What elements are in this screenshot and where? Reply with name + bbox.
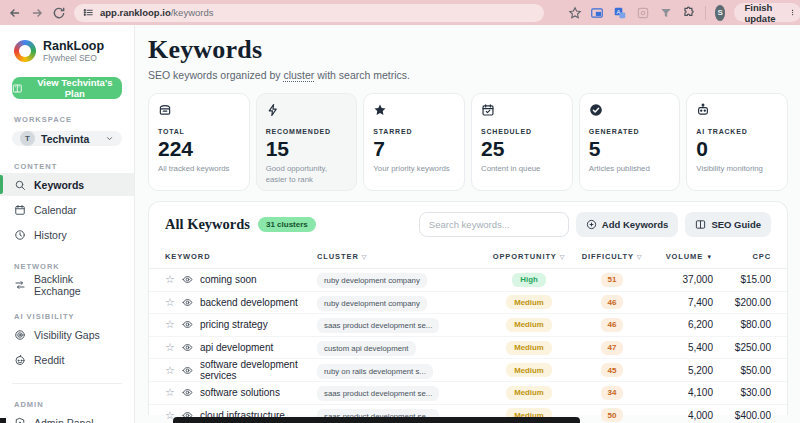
dock-bar: [173, 417, 580, 423]
divider: [705, 6, 706, 20]
eye-icon[interactable]: [182, 342, 193, 353]
table-row[interactable]: ☆coming soonruby development companyHigh…: [149, 269, 787, 292]
star-toggle-icon[interactable]: ☆: [165, 297, 175, 308]
cluster-link[interactable]: cluster: [283, 69, 314, 81]
stat-card-ai-tracked: AI TRACKED0Visibility monitoring: [686, 93, 788, 191]
workspace-label: WORKSPACE: [0, 115, 134, 124]
star-toggle-icon[interactable]: ☆: [165, 365, 175, 376]
table-row[interactable]: ☆api developmentcustom api developmentMe…: [149, 337, 787, 360]
star-filled-icon: [373, 103, 455, 121]
book-icon: [12, 83, 23, 94]
eye-icon[interactable]: [182, 319, 193, 330]
sidebar-item-admin-panel[interactable]: Admin Panel: [0, 411, 134, 423]
extension-disabled-icon[interactable]: [636, 6, 650, 20]
column-label: CPC: [752, 252, 771, 261]
eye-icon[interactable]: [182, 387, 193, 398]
star-toggle-icon[interactable]: ☆: [165, 274, 175, 285]
cluster-badge[interactable]: saas product development se...: [317, 386, 439, 401]
eye-icon[interactable]: [182, 365, 193, 376]
stat-card-generated: GENERATED5Articles published: [579, 93, 681, 191]
column-header-diff[interactable]: DIFFICULTY▽: [573, 252, 651, 261]
sidebar-item-history[interactable]: History: [0, 223, 134, 246]
reddit-icon: [14, 354, 26, 366]
eye-icon[interactable]: [182, 297, 193, 308]
bookmark-star-icon[interactable]: [568, 6, 582, 20]
difficulty-cell: 47: [573, 341, 651, 355]
url-text: app.rankloop.io/keywords: [100, 7, 214, 18]
sort-icon[interactable]: ▽: [637, 253, 643, 260]
kebab-menu-icon[interactable]: [789, 7, 796, 18]
cluster-badge[interactable]: ruby development company: [317, 273, 427, 288]
sidebar-item-label: Admin Panel: [34, 417, 94, 423]
cpc-cell: $15.00: [713, 274, 771, 285]
sort-icon[interactable]: ▼: [706, 254, 713, 260]
volume-cell: 5,400: [651, 342, 713, 353]
difficulty-badge: 34: [601, 386, 624, 400]
cluster-cell: saas product development se...: [317, 387, 485, 398]
cluster-badge[interactable]: ruby development company: [317, 296, 427, 311]
cluster-cell: ruby on rails development s...: [317, 365, 485, 376]
funnel-icon[interactable]: [659, 6, 673, 20]
table-row[interactable]: ☆backend developmentruby development com…: [149, 292, 787, 315]
translate-icon[interactable]: A: [613, 6, 627, 20]
stat-description: Visibility monitoring: [696, 164, 778, 175]
extensions-puzzle-icon[interactable]: [682, 6, 696, 20]
address-bar[interactable]: app.rankloop.io/keywords: [74, 4, 544, 22]
table-row[interactable]: ☆pricing strategysaas product developmen…: [149, 314, 787, 337]
column-header-cluster[interactable]: CLUSTER▽: [317, 252, 485, 261]
sidebar-section-label: ADMIN: [0, 400, 134, 409]
opportunity-badge: Medium: [506, 295, 551, 309]
cluster-cell: saas product development se...: [317, 319, 485, 330]
reload-icon[interactable]: [52, 6, 66, 20]
opportunity-cell: Medium: [485, 295, 573, 309]
keyword-text: api development: [200, 342, 273, 353]
check-circle-icon: [589, 103, 671, 121]
sidebar-item-label: Visibility Gaps: [34, 329, 100, 341]
cpc-cell: $400.00: [713, 410, 771, 421]
cluster-badge[interactable]: saas product development se...: [317, 318, 439, 333]
picture-in-picture-icon[interactable]: [590, 6, 604, 20]
opportunity-cell: High: [485, 273, 573, 287]
page-title: Keywords: [148, 35, 788, 65]
stat-card-total: TOTAL224All tracked keywords: [148, 93, 250, 191]
view-plan-button[interactable]: View Techvinta's Plan: [12, 77, 122, 99]
star-toggle-icon[interactable]: ☆: [165, 319, 175, 330]
forward-icon[interactable]: [30, 6, 44, 20]
stat-value: 7: [373, 138, 455, 159]
column-header-opp[interactable]: OPPORTUNITY▽: [485, 252, 573, 261]
column-header-vol[interactable]: VOLUME▼: [651, 252, 713, 261]
sidebar-item-visibility-gaps[interactable]: Visibility Gaps: [0, 323, 134, 346]
stat-value: 5: [589, 138, 671, 159]
sidebar-item-keywords[interactable]: Keywords: [0, 173, 134, 196]
browser-chrome: app.rankloop.io/keywords A S Finish upda…: [0, 0, 800, 25]
stat-description: Good opportunity, easier to rank: [266, 164, 348, 185]
sidebar-item-label: History: [34, 229, 67, 241]
site-settings-icon[interactable]: [83, 7, 94, 18]
difficulty-badge: 51: [601, 273, 624, 287]
sidebar-item-reddit[interactable]: Reddit: [0, 348, 134, 371]
seo-guide-button[interactable]: SEO Guide: [685, 212, 771, 237]
star-toggle-icon[interactable]: ☆: [165, 387, 175, 398]
sort-icon[interactable]: ▽: [362, 253, 368, 260]
workspace-selector[interactable]: T Techvinta: [12, 131, 122, 146]
calendar-icon: [14, 204, 26, 216]
search-input[interactable]: [419, 212, 569, 237]
star-toggle-icon[interactable]: ☆: [165, 342, 175, 353]
difficulty-badge: 47: [601, 341, 624, 355]
browser-profile-avatar[interactable]: S: [715, 5, 726, 21]
sort-icon[interactable]: ▽: [560, 253, 566, 260]
sidebar-section-label: AI VISIBILITY: [0, 312, 134, 321]
cluster-badge[interactable]: ruby on rails development s...: [317, 364, 433, 379]
workspace-avatar: T: [20, 131, 35, 146]
table-row[interactable]: ☆software solutionssaas product developm…: [149, 382, 787, 405]
cluster-badge[interactable]: custom api development: [317, 341, 416, 356]
table-row[interactable]: ☆software development servicesruby on ra…: [149, 359, 787, 382]
column-header-kw: KEYWORD: [165, 252, 317, 261]
finish-update-button[interactable]: Finish update: [734, 3, 800, 22]
sidebar-item-backlink-exchange[interactable]: Backlink Exchange: [0, 273, 134, 296]
cpc-cell: $200.00: [713, 297, 771, 308]
eye-icon[interactable]: [182, 274, 193, 285]
back-icon[interactable]: [8, 6, 22, 20]
sidebar-item-calendar[interactable]: Calendar: [0, 198, 134, 221]
add-keywords-button[interactable]: Add Keywords: [576, 212, 679, 237]
